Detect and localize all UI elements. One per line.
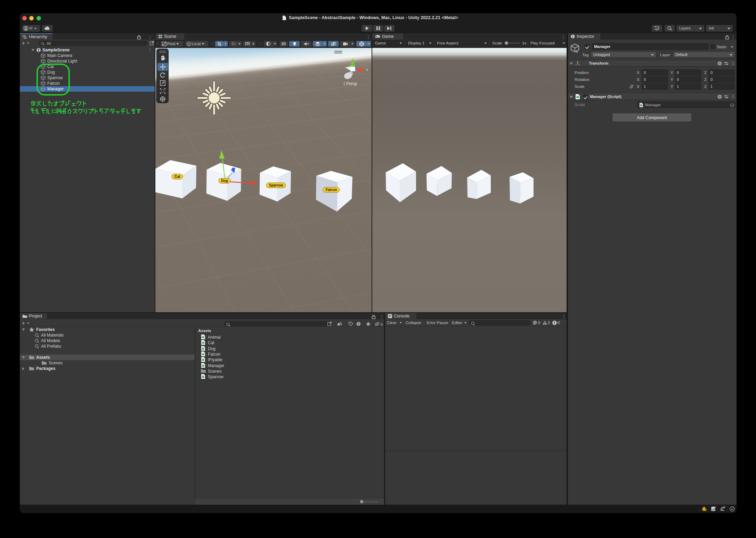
svg-text:Sparrow: Sparrow (269, 183, 283, 187)
svg-text:Cat: Cat (174, 175, 180, 179)
svg-text:Falcon: Falcon (326, 188, 337, 192)
svg-text:y: y (351, 53, 354, 58)
svg-text:Y: Y (220, 44, 221, 46)
svg-text:?: ? (719, 62, 721, 65)
svg-text:Dog: Dog (221, 179, 228, 183)
svg-text:?: ? (719, 95, 721, 99)
svg-text:x: x (366, 68, 368, 72)
